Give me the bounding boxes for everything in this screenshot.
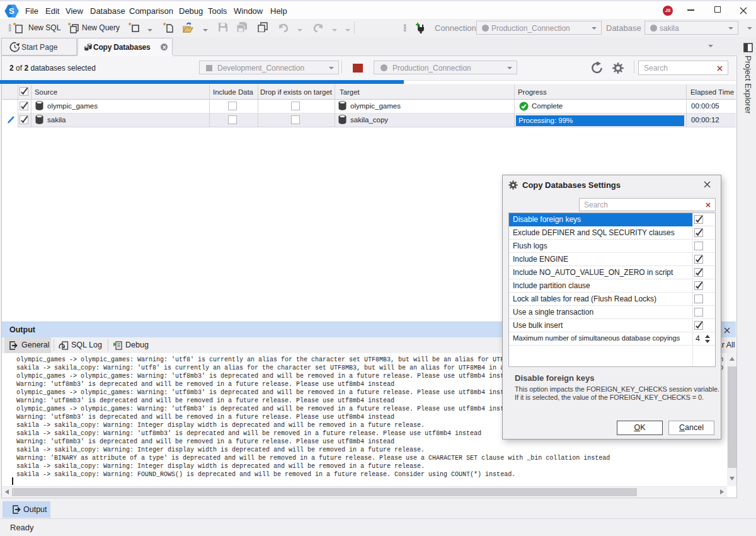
svg-text:*: *	[129, 22, 132, 29]
svg-text:S: S	[9, 6, 14, 16]
svg-text:*: *	[68, 22, 71, 29]
svg-text:*: *	[13, 22, 16, 29]
svg-text:*: *	[163, 22, 166, 29]
